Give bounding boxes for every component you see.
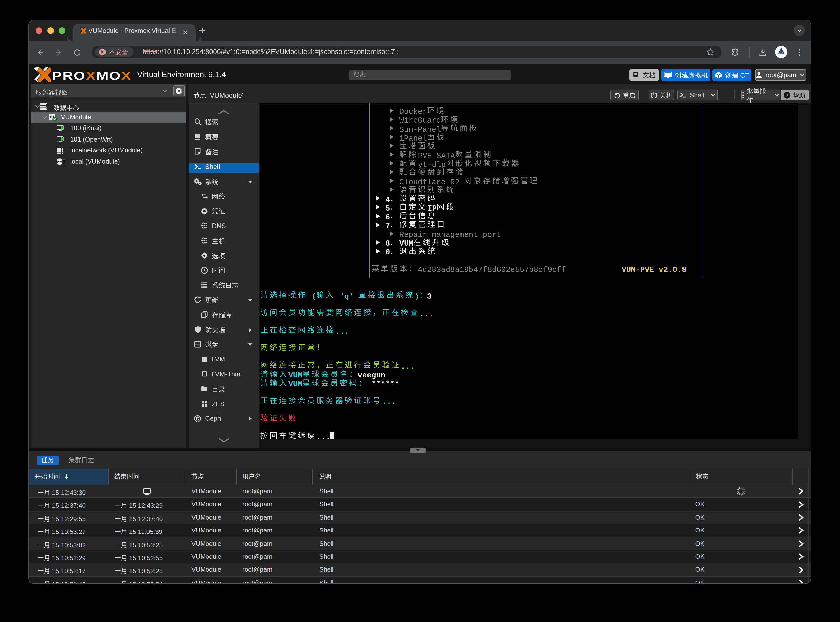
- svg-text:?: ?: [785, 92, 788, 98]
